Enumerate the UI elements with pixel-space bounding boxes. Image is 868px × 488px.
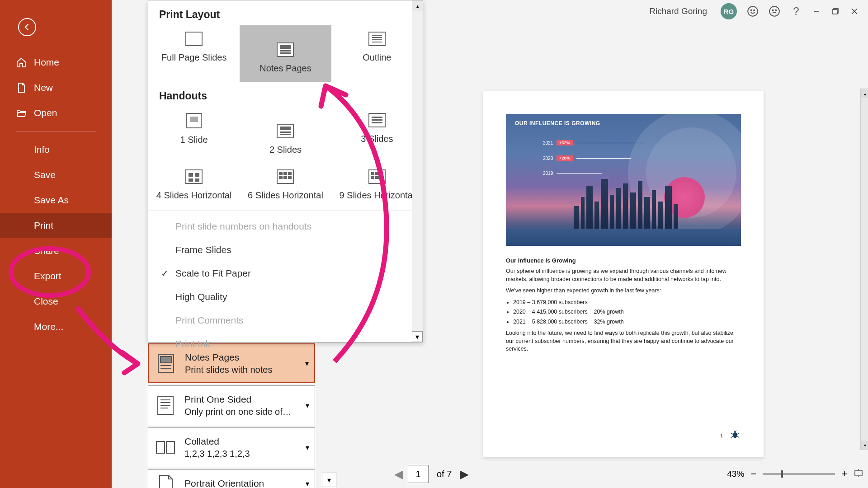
setting-collate[interactable]: Collated 1,2,3 1,2,3 1,2,3 ▾	[148, 427, 315, 467]
scroll-up-icon[interactable]: ▴	[861, 89, 868, 98]
handout-1-icon	[186, 113, 202, 128]
handout-4-horizontal[interactable]: 4 Slides Horizontal	[148, 163, 240, 209]
slide-thumbnail: OUR INFLUENCE IS GROWING 2021+32% 2020+2…	[506, 114, 741, 246]
layout-outline[interactable]: Outline	[331, 25, 423, 82]
svg-point-0	[748, 6, 758, 16]
nav-info[interactable]: Info	[0, 137, 112, 162]
handout-1-slide[interactable]: 1 Slide	[148, 107, 240, 163]
svg-rect-20	[156, 441, 165, 453]
nav-more[interactable]: More...	[0, 314, 112, 339]
notes-bullet: 2020 – 4,415,000 subscribers – 20% growt…	[513, 308, 741, 316]
page-number: 1	[720, 433, 723, 438]
handout-label: 1 Slide	[148, 135, 240, 145]
notes-bullet: 2021 – 5,828,000 subscribers – 32% growt…	[513, 318, 741, 326]
zoom-out-button[interactable]: −	[750, 468, 756, 480]
setting-title: Portrait Orientation	[184, 478, 307, 488]
zoom-percent: 43%	[727, 469, 744, 479]
nav-label: Open	[34, 108, 57, 118]
restore-icon[interactable]	[831, 7, 840, 16]
nav-save[interactable]: Save	[0, 162, 112, 188]
svg-rect-21	[166, 441, 175, 453]
dropdown-section-header: Print Layout	[148, 0, 423, 25]
layout-label: Notes Pages	[240, 63, 331, 74]
svg-rect-8	[833, 9, 837, 14]
slide-title: OUR INFLUENCE IS GROWING	[515, 120, 600, 127]
help-icon[interactable]: ?	[790, 5, 802, 17]
smile-icon[interactable]	[747, 5, 759, 17]
avatar[interactable]: RG	[721, 3, 737, 19]
handout-4-icon	[185, 169, 203, 184]
frown-icon[interactable]	[769, 5, 780, 17]
layout-notes-pages[interactable]: Notes Pages	[240, 25, 331, 82]
outline-icon	[368, 32, 386, 46]
layout-label: Outline	[331, 52, 423, 63]
nav-saveas[interactable]: Save As	[0, 188, 112, 213]
handout-label: 6 Slides Horizontal	[240, 190, 331, 201]
close-icon[interactable]	[850, 7, 859, 16]
one-sided-icon	[156, 395, 175, 415]
nav-close[interactable]: Close	[0, 289, 112, 314]
svg-point-1	[751, 10, 752, 11]
handout-2-slides[interactable]: 2 Slides	[240, 107, 331, 163]
setting-title: Print One Sided	[184, 394, 307, 405]
setting-sides[interactable]: Print One Sided Only print on one side o…	[148, 385, 315, 425]
handout-label: 4 Slides Horizontal	[148, 190, 240, 201]
notes-paragraph: Looking into the future, we need to find…	[506, 329, 741, 353]
nav-home[interactable]: Home	[0, 50, 112, 75]
handout-3-icon	[368, 113, 386, 127]
svg-point-22	[733, 432, 737, 438]
nav-export[interactable]: Export	[0, 263, 112, 289]
speaker-notes: Our Influence Is Growing Our sphere of i…	[506, 257, 741, 353]
nav-label: New	[34, 82, 53, 93]
dropdown-section-header: Handouts	[148, 82, 423, 107]
minimize-icon[interactable]	[812, 7, 821, 16]
preview-scrollbar[interactable]: ▴ ▾	[860, 89, 868, 450]
handout-6-horizontal[interactable]: 6 Slides Horizontal	[240, 163, 331, 209]
preview-footer: ◀ of 7 ▶ 43% − +	[389, 464, 863, 484]
layout-label: Full Page Slides	[148, 52, 240, 63]
prev-page-button[interactable]: ◀	[394, 467, 403, 481]
chevron-down-icon: ▾	[306, 443, 309, 452]
nav-open[interactable]: Open	[0, 100, 112, 126]
opt-scale-to-fit[interactable]: Scale to Fit Paper	[148, 262, 423, 285]
setting-title: Collated	[184, 436, 307, 447]
logo-icon	[730, 429, 740, 439]
nav-print[interactable]: Print	[0, 213, 112, 238]
svg-rect-23	[855, 470, 862, 476]
notes-bullet: 2019 – 3,679,000 subscribers	[513, 299, 741, 307]
handout-3-slides[interactable]: 3 Slides	[331, 107, 423, 163]
back-button[interactable]	[18, 18, 36, 36]
chevron-down-icon: ▾	[306, 479, 309, 488]
fit-to-window-button[interactable]	[854, 468, 863, 480]
home-icon	[16, 57, 27, 68]
settings-scroll-down-button[interactable]: ▾	[322, 473, 336, 487]
opt-frame-slides[interactable]: Frame Slides	[148, 238, 423, 262]
nav-new[interactable]: New	[0, 75, 112, 100]
scroll-down-icon[interactable]: ▾	[861, 441, 868, 450]
handout-label: 3 Slides	[331, 134, 423, 144]
setting-subtitle: 1,2,3 1,2,3 1,2,3	[184, 449, 307, 459]
opt-high-quality[interactable]: High Quality	[148, 285, 423, 309]
user-name: Richard Goring	[649, 6, 707, 16]
portrait-icon	[156, 474, 175, 488]
setting-orientation[interactable]: Portrait Orientation ▾	[148, 469, 315, 488]
document-icon	[16, 82, 27, 93]
notes-icon	[277, 42, 294, 57]
scroll-up-icon[interactable]: ▴	[412, 0, 423, 11]
handout-9-icon	[368, 169, 386, 184]
svg-point-4	[773, 10, 774, 11]
opt-print-ink: Print Ink	[148, 332, 423, 356]
print-preview-page: OUR INFLUENCE IS GROWING 2021+32% 2020+2…	[483, 91, 764, 457]
layout-full-page-slides[interactable]: Full Page Slides	[148, 25, 240, 82]
chevron-down-icon: ▾	[305, 359, 309, 368]
dropdown-scrollbar[interactable]: ▴ ▾	[412, 0, 423, 342]
nav-share[interactable]: Share	[0, 238, 112, 263]
zoom-slider[interactable]	[763, 473, 835, 475]
next-page-button[interactable]: ▶	[460, 467, 469, 481]
handout-9-horizontal[interactable]: 9 Slides Horizontal	[331, 163, 423, 209]
svg-point-3	[769, 6, 779, 16]
handout-6-icon	[277, 169, 294, 184]
zoom-in-button[interactable]: +	[841, 468, 847, 480]
page-input[interactable]	[408, 465, 429, 483]
scroll-down-icon[interactable]: ▾	[412, 331, 423, 342]
